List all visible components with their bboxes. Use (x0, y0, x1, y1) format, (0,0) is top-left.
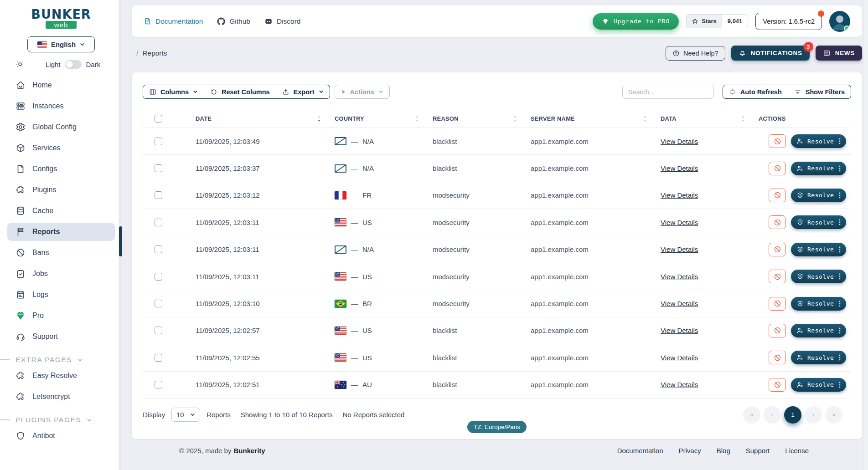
ban-button[interactable] (769, 270, 786, 283)
row-checkbox[interactable] (155, 138, 162, 145)
ban-button[interactable] (769, 134, 786, 148)
columns-button[interactable]: Columns (143, 85, 204, 99)
upgrade-pro-button[interactable]: Upgrade to PRO (593, 13, 679, 30)
kebab-menu-icon[interactable] (839, 273, 841, 280)
row-checkbox[interactable] (155, 219, 162, 226)
footer-link-privacy[interactable]: Privacy (679, 447, 701, 455)
kebab-menu-icon[interactable] (839, 192, 841, 199)
select-all-checkbox[interactable] (155, 115, 162, 123)
language-selector[interactable]: English (27, 36, 95, 52)
sidebar-item-pro[interactable]: Pro (7, 307, 115, 325)
column-header-reason[interactable]: REASON (425, 115, 523, 122)
view-details-link[interactable]: View Details (661, 138, 698, 145)
ban-button[interactable] (769, 378, 786, 392)
sidebar-item-antibot[interactable]: Antibot (7, 427, 115, 445)
page-1-button[interactable]: 1 (784, 406, 801, 424)
news-button[interactable]: NEWS (816, 46, 862, 61)
resolve-button[interactable]: Resolve (791, 297, 846, 311)
sidebar-item-configs[interactable]: Configs (7, 160, 115, 178)
user-avatar[interactable] (829, 11, 850, 32)
view-details-link[interactable]: View Details (661, 354, 698, 362)
view-details-link[interactable]: View Details (661, 245, 698, 253)
footer-link-support[interactable]: Support (746, 447, 770, 455)
resolve-button[interactable]: Resolve (791, 189, 846, 202)
github-link[interactable]: Github (217, 17, 250, 26)
view-details-link[interactable]: View Details (661, 164, 698, 172)
view-details-link[interactable]: View Details (661, 381, 698, 388)
version-button[interactable]: Version: 1.6.5-rc2 (755, 13, 822, 30)
view-details-link[interactable]: View Details (661, 191, 698, 199)
sidebar-scrollbar[interactable] (119, 0, 122, 470)
row-checkbox[interactable] (155, 245, 162, 253)
documentation-link[interactable]: Documentation (144, 17, 203, 26)
row-checkbox[interactable] (155, 191, 162, 199)
resolve-button[interactable]: Resolve (791, 270, 846, 283)
need-help-button[interactable]: Need Help? (666, 46, 725, 61)
export-button[interactable]: Export (276, 85, 330, 99)
sidebar-item-letsencrypt[interactable]: Letsencrypt (7, 388, 115, 406)
ban-button[interactable] (769, 297, 786, 311)
sidebar-item-global-config[interactable]: Global Config (7, 118, 115, 136)
ban-button[interactable] (769, 215, 786, 229)
reset-columns-button[interactable]: Reset Columns (204, 85, 276, 99)
resolve-button[interactable]: Resolve (791, 134, 846, 148)
footer-link-documentation[interactable]: Documentation (617, 447, 663, 455)
sidebar-item-instances[interactable]: Instances (7, 97, 115, 115)
first-page-button[interactable]: « (743, 406, 760, 424)
resolve-button[interactable]: Resolve (791, 351, 846, 364)
resolve-button[interactable]: Resolve (791, 243, 846, 256)
page-size-select[interactable]: 10 (171, 408, 200, 422)
view-details-link[interactable]: View Details (661, 273, 698, 281)
sidebar-scrollbar-thumb[interactable] (119, 226, 122, 256)
kebab-menu-icon[interactable] (839, 246, 841, 253)
ban-button[interactable] (769, 351, 786, 364)
discord-link[interactable]: Discord (264, 17, 301, 26)
sidebar-item-easy-resolve[interactable]: Easy Resolve (7, 367, 115, 385)
resolve-button[interactable]: Resolve (791, 215, 846, 229)
github-stars-badge[interactable]: Stars 9,041 (686, 14, 748, 28)
column-header-data[interactable]: DATA (653, 115, 751, 122)
show-filters-button[interactable]: Show Filters (788, 85, 851, 99)
sidebar-section-extra-pages[interactable]: EXTRA PAGES (0, 356, 122, 364)
footer-link-license[interactable]: License (785, 447, 809, 455)
kebab-menu-icon[interactable] (839, 382, 841, 388)
row-checkbox[interactable] (155, 300, 162, 307)
footer-link-blog[interactable]: Blog (717, 447, 730, 455)
resolve-button[interactable]: Resolve (791, 324, 846, 337)
previous-page-button[interactable]: ‹ (764, 406, 781, 424)
next-page-button[interactable]: › (805, 406, 822, 424)
sidebar-item-bans[interactable]: Bans (7, 244, 115, 262)
bunkerity-link[interactable]: Bunkerity (233, 447, 265, 455)
kebab-menu-icon[interactable] (839, 165, 841, 172)
view-details-link[interactable]: View Details (661, 300, 698, 307)
sidebar-item-logs[interactable]: Logs (7, 286, 115, 304)
ban-button[interactable] (769, 324, 786, 337)
ban-button[interactable] (769, 189, 786, 202)
kebab-menu-icon[interactable] (839, 219, 841, 225)
row-checkbox[interactable] (155, 327, 162, 334)
resolve-button[interactable]: Resolve (791, 378, 846, 392)
row-checkbox[interactable] (155, 354, 162, 362)
notifications-button[interactable]: NOTIFICATIONS 3 (731, 46, 810, 61)
row-checkbox[interactable] (155, 381, 162, 388)
sidebar-section-plugins-pages[interactable]: PLUGINS PAGES (0, 416, 122, 424)
theme-toggle[interactable] (65, 60, 82, 69)
ban-button[interactable] (769, 162, 786, 175)
last-page-button[interactable]: » (825, 406, 842, 424)
auto-refresh-button[interactable]: Auto Refresh (723, 85, 788, 99)
sidebar-item-cache[interactable]: Cache (7, 202, 115, 220)
kebab-menu-icon[interactable] (839, 301, 841, 307)
row-checkbox[interactable] (155, 164, 162, 172)
column-header-server-name[interactable]: SERVER NAME (523, 115, 653, 122)
sidebar-item-plugins[interactable]: Plugins (7, 181, 115, 199)
sidebar-item-jobs[interactable]: Jobs (7, 265, 115, 283)
column-header-country[interactable]: COUNTRY (327, 115, 425, 122)
search-input[interactable] (622, 85, 714, 99)
row-checkbox[interactable] (155, 273, 162, 281)
resolve-button[interactable]: Resolve (791, 162, 846, 175)
ban-button[interactable] (769, 243, 786, 256)
kebab-menu-icon[interactable] (839, 138, 841, 144)
kebab-menu-icon[interactable] (839, 354, 841, 361)
sidebar-item-home[interactable]: Home (7, 76, 115, 94)
view-details-link[interactable]: View Details (661, 219, 698, 226)
